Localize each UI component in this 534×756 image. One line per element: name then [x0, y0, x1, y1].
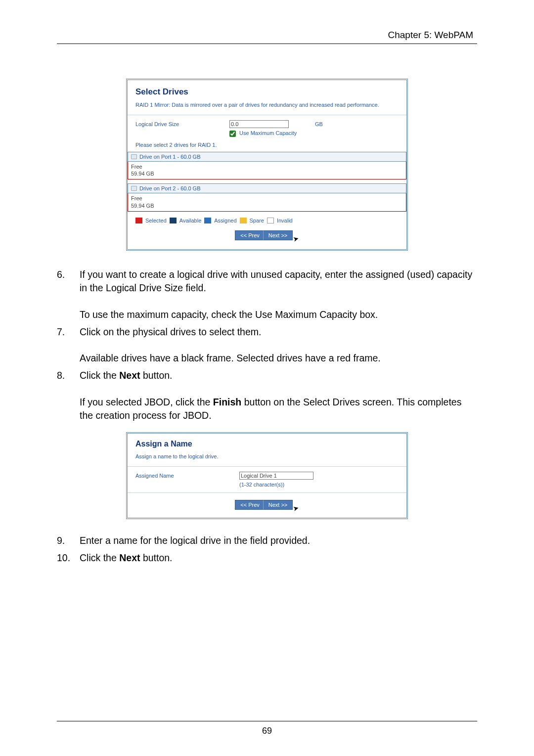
- use-max-capacity-checkbox[interactable]: [229, 131, 236, 137]
- drive-port-1-header[interactable]: Drive on Port 1 - 60.0 GB: [128, 152, 406, 162]
- panel2-title: Assign a Name: [135, 440, 399, 448]
- step-6-line2: To use the maximum capacity, check the U…: [80, 309, 378, 320]
- step-10-pre: Click the: [80, 552, 119, 563]
- panel2-desc: Assign a name to the logical drive.: [135, 453, 399, 459]
- body-text-2: 9. Enter a name for the logical drive in…: [57, 534, 477, 565]
- legend-swatch-assigned: [204, 218, 211, 223]
- footer-rule: [57, 721, 477, 721]
- step-num: 7.: [57, 325, 80, 365]
- drive-port-1-body[interactable]: Free 59.94 GB: [128, 162, 406, 180]
- body-text: 6. If you want to create a logical drive…: [57, 268, 477, 422]
- drive-port-2-header[interactable]: Drive on Port 2 - 60.0 GB: [128, 183, 406, 193]
- step-9: 9. Enter a name for the logical drive in…: [57, 534, 477, 547]
- legend-swatch-available: [170, 218, 177, 223]
- select-drives-panel: Select Drives RAID 1 Mirror: Data is mir…: [126, 79, 408, 251]
- legend-assigned: Assigned: [214, 218, 236, 223]
- cursor-icon: ➤: [292, 234, 300, 244]
- step-7-line1: Click on the physical drives to select t…: [80, 326, 261, 337]
- legend-swatch-spare: [240, 218, 247, 223]
- prev-button[interactable]: << Prev: [235, 230, 265, 240]
- legend-selected: Selected: [145, 218, 167, 223]
- step-10-post: button.: [140, 552, 172, 563]
- step-6-line1: If you want to create a logical drive wi…: [80, 269, 472, 293]
- size-unit: GB: [315, 121, 323, 127]
- select-instruction: Please select 2 drives for RAID 1.: [135, 142, 399, 148]
- size-label: Logical Drive Size: [135, 120, 229, 127]
- button-row-2: << PrevNext >> ➤: [135, 500, 399, 510]
- panel-description: RAID 1 Mirror: Data is mirrored over a p…: [135, 102, 399, 108]
- size-input[interactable]: [229, 120, 289, 128]
- step-num: 9.: [57, 534, 80, 547]
- legend-invalid: Invalid: [277, 218, 293, 223]
- legend-available: Available: [179, 218, 201, 223]
- free-value: 59.94 GB: [131, 203, 154, 209]
- drive-icon: [131, 186, 137, 191]
- step-8b-bold: Finish: [213, 397, 241, 407]
- legend-swatch-selected: [135, 218, 142, 223]
- logical-drive-size-row: Logical Drive Size GB Use Maximum Capaci…: [135, 120, 399, 137]
- drive-icon: [131, 154, 137, 159]
- prev-button[interactable]: << Prev: [235, 500, 265, 510]
- assign-name-panel: Assign a Name Assign a name to the logic…: [126, 432, 408, 519]
- drive-port-1-label: Drive on Port 1 - 60.0 GB: [139, 154, 201, 160]
- step-num: 10.: [57, 551, 80, 565]
- assigned-name-label: Assigned Name: [135, 472, 239, 479]
- divider: [128, 115, 406, 115]
- legend-swatch-invalid: [267, 218, 274, 223]
- legend: Selected Available Assigned Spare Invali…: [135, 218, 399, 223]
- next-button[interactable]: Next >>: [263, 500, 293, 510]
- free-label: Free: [131, 195, 142, 201]
- free-value: 59.94 GB: [131, 171, 154, 177]
- use-max-label: Use Maximum Capacity: [239, 130, 297, 136]
- free-label: Free: [131, 164, 142, 170]
- cursor-icon: ➤: [292, 504, 300, 513]
- step-8a-pre: Click the: [80, 370, 119, 381]
- button-row: << PrevNext >> ➤: [135, 230, 399, 240]
- char-hint: (1-32 character(s)): [239, 482, 313, 488]
- step-num: 6.: [57, 268, 80, 321]
- panel-title: Select Drives: [135, 87, 399, 97]
- step-9-text: Enter a name for the logical drive in th…: [80, 534, 477, 547]
- step-7: 7. Click on the physical drives to selec…: [57, 325, 477, 365]
- drive-port-2-body[interactable]: Free 59.94 GB: [128, 193, 406, 212]
- assigned-name-input[interactable]: [239, 472, 313, 480]
- page-number: 69: [0, 726, 534, 736]
- drive-port-2-label: Drive on Port 2 - 60.0 GB: [139, 185, 201, 191]
- step-7-line2: Available drives have a black frame. Sel…: [80, 353, 381, 363]
- next-button[interactable]: Next >>: [263, 230, 293, 240]
- step-8b-pre: If you selected JBOD, click the: [80, 397, 213, 407]
- step-6: 6. If you want to create a logical drive…: [57, 268, 477, 321]
- chapter-title: Chapter 5: WebPAM: [388, 30, 473, 40]
- divider: [128, 492, 406, 493]
- page-header: Chapter 5: WebPAM: [57, 30, 477, 44]
- step-10: 10. Click the Next button.: [57, 551, 477, 565]
- step-10-bold: Next: [119, 552, 140, 563]
- divider: [128, 466, 406, 467]
- step-8a-bold: Next: [119, 370, 140, 381]
- legend-spare: Spare: [250, 218, 264, 223]
- assigned-name-row: Assigned Name (1-32 character(s)): [135, 472, 399, 488]
- step-8a-post: button.: [140, 370, 172, 381]
- step-num: 8.: [57, 369, 80, 422]
- step-8: 8. Click the Next button. If you selecte…: [57, 369, 477, 422]
